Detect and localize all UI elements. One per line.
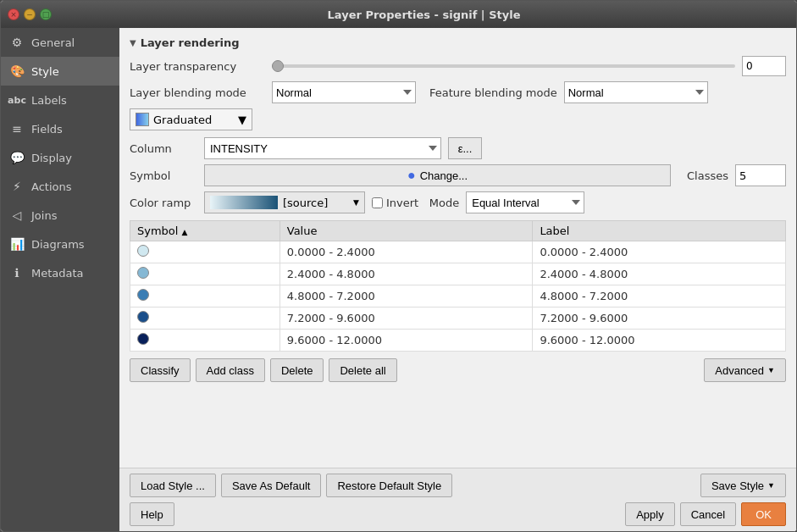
close-button[interactable]: × (8, 8, 19, 20)
cell-value: 7.2000 - 9.6000 (280, 308, 533, 330)
bottom-bar: Load Style ... Save As Default Restore D… (119, 468, 796, 531)
sidebar-item-fields[interactable]: ≡ Fields (1, 114, 119, 143)
sidebar-item-display[interactable]: 💬 Display (1, 143, 119, 172)
column-select[interactable]: INTENSITY (204, 137, 441, 159)
titlebar: × − □ Layer Properties - signif | Style (1, 1, 796, 28)
sidebar-item-general[interactable]: ⚙ General (1, 28, 119, 57)
cell-symbol (130, 330, 280, 352)
ramp-preview (210, 196, 278, 209)
fields-icon: ≡ (9, 121, 25, 136)
style-type-row: Graduated ▼ (130, 108, 786, 130)
apply-button[interactable]: Apply (625, 502, 675, 526)
invert-checkbox[interactable] (372, 197, 383, 208)
style-type-label: Graduated (153, 114, 212, 126)
sidebar-label-labels: Labels (31, 94, 67, 107)
restore-default-button[interactable]: Restore Default Style (326, 474, 452, 497)
mode-select[interactable]: Equal Interval (466, 191, 584, 213)
cell-symbol (130, 285, 280, 308)
rendering-section-header: ▼ Layer rendering (130, 36, 786, 49)
style-type-select[interactable]: Graduated ▼ (130, 108, 252, 130)
change-symbol-button[interactable]: ● Change... (204, 164, 671, 186)
style-dropdown-arrow: ▼ (238, 114, 246, 126)
cell-label: 0.0000 - 2.4000 (533, 241, 786, 263)
advanced-button[interactable]: Advanced ▼ (704, 358, 786, 382)
sidebar-label-fields: Fields (31, 123, 63, 136)
main-panel: ▼ Layer rendering Layer transparency 0 (119, 28, 796, 531)
window-title: Layer Properties - signif | Style (58, 8, 789, 21)
maximize-button[interactable]: □ (40, 8, 52, 20)
transparency-spinbox[interactable]: 0 (742, 56, 786, 76)
classes-spinbox[interactable]: 5 (735, 164, 786, 186)
delete-all-button[interactable]: Delete all (329, 358, 396, 382)
transparency-label: Layer transparency (130, 60, 265, 73)
joins-icon: ◁ (9, 208, 25, 223)
sidebar-label-joins: Joins (31, 209, 57, 222)
table-row[interactable]: 7.2000 - 9.60007.2000 - 9.6000 (130, 308, 786, 330)
transparency-value: 0 (746, 60, 753, 72)
style-icon: 🎨 (9, 64, 25, 79)
cell-label: 2.4000 - 4.8000 (533, 263, 786, 285)
cell-value: 9.6000 - 12.0000 (280, 330, 533, 352)
change-label: Change... (420, 169, 468, 182)
sidebar-item-labels[interactable]: abc Labels (1, 86, 119, 114)
actions-icon: ⚡ (9, 179, 25, 194)
labels-icon: abc (9, 92, 25, 108)
table-row[interactable]: 4.8000 - 7.20004.8000 - 7.2000 (130, 285, 786, 308)
table-row[interactable]: 2.4000 - 4.80002.4000 - 4.8000 (130, 263, 786, 285)
action-buttons-row: Classify Add class Delete Delete all Adv… (130, 358, 786, 382)
cell-label: 9.6000 - 12.0000 (533, 330, 786, 352)
sidebar-item-diagrams[interactable]: 📊 Diagrams (1, 230, 119, 258)
display-icon: 💬 (9, 150, 25, 165)
sidebar-item-style[interactable]: 🎨 Style (1, 57, 119, 86)
invert-label: Invert (386, 197, 418, 209)
sidebar-item-joins[interactable]: ◁ Joins (1, 201, 119, 230)
color-ramp-row: Color ramp [source] ▼ Invert Mode Equal … (130, 191, 786, 213)
main-window: × − □ Layer Properties - signif | Style … (0, 0, 797, 532)
collapse-arrow[interactable]: ▼ (130, 38, 136, 47)
slider-thumb[interactable] (272, 60, 284, 72)
graduated-icon (136, 113, 149, 126)
window-controls: × − □ (8, 8, 52, 20)
symbol-row: Symbol ● Change... Classes 5 (130, 164, 786, 186)
classify-button[interactable]: Classify (130, 358, 191, 382)
general-icon: ⚙ (9, 35, 25, 50)
ok-button[interactable]: OK (741, 502, 786, 526)
invert-check-label[interactable]: Invert (372, 197, 418, 209)
delete-button[interactable]: Delete (270, 358, 324, 382)
table-header-row: Symbol ▲ Value Label (130, 221, 786, 241)
color-ramp-select[interactable]: [source] ▼ (204, 191, 365, 213)
bottom-row2: Help Apply Cancel OK (130, 502, 786, 526)
content-area: ⚙ General 🎨 Style abc Labels ≡ Fields 💬 … (1, 28, 796, 531)
epsilon-button[interactable]: ε... (448, 137, 482, 159)
add-class-button[interactable]: Add class (196, 358, 265, 382)
symbol-table: Symbol ▲ Value Label 0.0000 - 2.40000.00… (130, 220, 786, 352)
cell-value: 4.8000 - 7.2000 (280, 285, 533, 308)
panel-body: ▼ Layer rendering Layer transparency 0 (119, 28, 796, 468)
save-as-default-button[interactable]: Save As Default (221, 474, 322, 497)
cell-symbol (130, 241, 280, 263)
save-style-label: Save Style (711, 479, 764, 492)
table-row[interactable]: 0.0000 - 2.40000.0000 - 2.4000 (130, 241, 786, 263)
layer-blending-select[interactable]: Normal (272, 81, 416, 103)
rendering-section-label: Layer rendering (141, 36, 240, 49)
load-style-button[interactable]: Load Style ... (130, 474, 216, 497)
sidebar-label-display: Display (31, 152, 72, 164)
cell-label: 7.2000 - 9.6000 (533, 308, 786, 330)
feature-blending-select[interactable]: Normal (564, 81, 708, 103)
table-row[interactable]: 9.6000 - 12.00009.6000 - 12.0000 (130, 330, 786, 352)
ramp-label: Color ramp (130, 197, 197, 209)
col-symbol[interactable]: Symbol ▲ (130, 221, 280, 241)
save-style-button[interactable]: Save Style ▼ (700, 474, 786, 497)
minimize-button[interactable]: − (24, 8, 36, 20)
ramp-source: [source] (283, 197, 328, 209)
help-button[interactable]: Help (130, 502, 174, 526)
classes-value: 5 (739, 169, 746, 182)
transparency-slider[interactable] (272, 64, 735, 68)
column-row: Column INTENSITY ε... (130, 137, 786, 159)
sidebar-item-actions[interactable]: ⚡ Actions (1, 172, 119, 201)
col-label[interactable]: Label (533, 221, 786, 241)
cancel-button[interactable]: Cancel (680, 502, 736, 526)
col-value[interactable]: Value (280, 221, 533, 241)
save-style-arrow: ▼ (767, 481, 775, 490)
sidebar-item-metadata[interactable]: ℹ Metadata (1, 258, 119, 287)
